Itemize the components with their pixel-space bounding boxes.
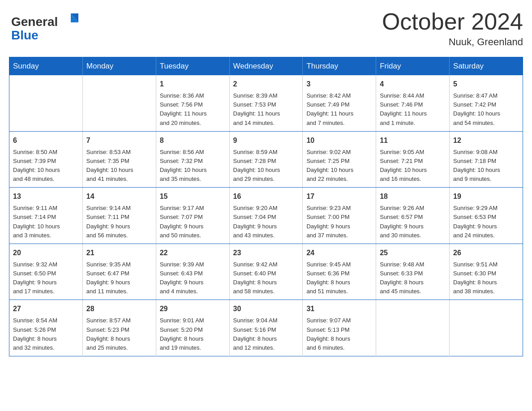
day-info: Sunrise: 8:53 AMSunset: 7:35 PMDaylight:… [86, 148, 152, 184]
day-info: Sunrise: 9:23 AMSunset: 7:00 PMDaylight:… [306, 204, 372, 240]
day-number: 26 [453, 248, 519, 258]
day-number: 31 [306, 304, 372, 314]
calendar-week-row-5: 27Sunrise: 8:54 AMSunset: 5:26 PMDayligh… [9, 300, 523, 356]
calendar-cell: 23Sunrise: 9:42 AMSunset: 6:40 PMDayligh… [229, 244, 303, 300]
header-sunday: Sunday [9, 57, 83, 76]
month-title: October 2024 [382, 9, 523, 34]
calendar-cell: 29Sunrise: 9:01 AMSunset: 5:20 PMDayligh… [156, 300, 229, 356]
calendar-cell: 13Sunrise: 9:11 AMSunset: 7:14 PMDayligh… [9, 188, 83, 244]
day-info: Sunrise: 9:29 AMSunset: 6:53 PMDaylight:… [453, 204, 519, 240]
day-info: Sunrise: 8:36 AMSunset: 7:56 PMDaylight:… [160, 91, 226, 128]
day-info: Sunrise: 9:01 AMSunset: 5:20 PMDaylight:… [160, 316, 226, 352]
day-info: Sunrise: 8:44 AMSunset: 7:46 PMDaylight:… [380, 91, 446, 128]
day-number: 11 [380, 135, 446, 146]
header-tuesday: Tuesday [156, 57, 229, 76]
day-number: 16 [233, 191, 299, 202]
calendar-table: Sunday Monday Tuesday Wednesday Thursday… [9, 57, 523, 356]
day-info: Sunrise: 9:07 AMSunset: 5:13 PMDaylight:… [306, 316, 372, 352]
day-number: 5 [453, 79, 519, 90]
day-info: Sunrise: 9:35 AMSunset: 6:47 PMDaylight:… [86, 260, 152, 296]
logo-svg: General Blue [9, 9, 85, 43]
day-info: Sunrise: 9:17 AMSunset: 7:07 PMDaylight:… [160, 204, 226, 240]
calendar-cell: 3Sunrise: 8:42 AMSunset: 7:49 PMDaylight… [303, 75, 376, 131]
calendar-cell [9, 75, 83, 131]
day-number: 12 [453, 135, 519, 146]
calendar-cell: 2Sunrise: 8:39 AMSunset: 7:53 PMDaylight… [229, 75, 303, 131]
day-info: Sunrise: 9:26 AMSunset: 6:57 PMDaylight:… [380, 204, 446, 240]
day-number: 22 [160, 248, 226, 258]
header-wednesday: Wednesday [229, 57, 303, 76]
day-number: 15 [160, 191, 226, 202]
title-area: October 2024 Nuuk, Greenland [382, 9, 523, 48]
calendar-cell: 6Sunrise: 8:50 AMSunset: 7:39 PMDaylight… [9, 131, 83, 188]
day-number: 10 [306, 135, 372, 146]
calendar-cell: 21Sunrise: 9:35 AMSunset: 6:47 PMDayligh… [82, 244, 156, 300]
day-info: Sunrise: 8:50 AMSunset: 7:39 PMDaylight:… [13, 148, 79, 184]
calendar-cell: 9Sunrise: 8:59 AMSunset: 7:28 PMDaylight… [229, 131, 303, 188]
day-number: 25 [380, 248, 446, 258]
day-number: 17 [306, 191, 372, 202]
day-info: Sunrise: 9:51 AMSunset: 6:30 PMDaylight:… [453, 260, 519, 296]
day-info: Sunrise: 9:45 AMSunset: 6:36 PMDaylight:… [306, 260, 372, 296]
day-info: Sunrise: 8:59 AMSunset: 7:28 PMDaylight:… [233, 148, 299, 184]
calendar-cell: 30Sunrise: 9:04 AMSunset: 5:16 PMDayligh… [229, 300, 303, 356]
calendar-cell [376, 300, 450, 356]
calendar-cell: 25Sunrise: 9:48 AMSunset: 6:33 PMDayligh… [376, 244, 450, 300]
calendar-cell [82, 75, 156, 131]
day-info: Sunrise: 9:05 AMSunset: 7:21 PMDaylight:… [380, 148, 446, 184]
calendar-cell: 26Sunrise: 9:51 AMSunset: 6:30 PMDayligh… [450, 244, 523, 300]
calendar-cell: 1Sunrise: 8:36 AMSunset: 7:56 PMDaylight… [156, 75, 229, 131]
day-info: Sunrise: 9:04 AMSunset: 5:16 PMDaylight:… [233, 316, 299, 352]
calendar-week-row-1: 1Sunrise: 8:36 AMSunset: 7:56 PMDaylight… [9, 75, 523, 131]
header-saturday: Saturday [450, 57, 523, 76]
day-number: 30 [233, 304, 299, 314]
day-number: 3 [306, 79, 372, 90]
day-info: Sunrise: 8:39 AMSunset: 7:53 PMDaylight:… [233, 91, 299, 128]
calendar-cell: 17Sunrise: 9:23 AMSunset: 7:00 PMDayligh… [303, 188, 376, 244]
calendar-cell: 11Sunrise: 9:05 AMSunset: 7:21 PMDayligh… [376, 131, 450, 188]
day-number: 21 [86, 248, 152, 258]
calendar-week-row-2: 6Sunrise: 8:50 AMSunset: 7:39 PMDaylight… [9, 131, 523, 188]
day-number: 4 [380, 79, 446, 90]
day-info: Sunrise: 8:56 AMSunset: 7:32 PMDaylight:… [160, 148, 226, 184]
svg-text:Blue: Blue [11, 28, 39, 42]
day-number: 14 [86, 191, 152, 202]
calendar-cell: 20Sunrise: 9:32 AMSunset: 6:50 PMDayligh… [9, 244, 83, 300]
location: Nuuk, Greenland [382, 36, 523, 48]
calendar-cell [450, 300, 523, 356]
day-number: 13 [13, 191, 79, 202]
day-number: 23 [233, 248, 299, 258]
calendar-cell: 10Sunrise: 9:02 AMSunset: 7:25 PMDayligh… [303, 131, 376, 188]
calendar-cell: 27Sunrise: 8:54 AMSunset: 5:26 PMDayligh… [9, 300, 83, 356]
day-info: Sunrise: 9:14 AMSunset: 7:11 PMDaylight:… [86, 204, 152, 240]
day-info: Sunrise: 9:08 AMSunset: 7:18 PMDaylight:… [453, 148, 519, 184]
day-number: 6 [13, 135, 79, 146]
calendar-cell: 15Sunrise: 9:17 AMSunset: 7:07 PMDayligh… [156, 188, 229, 244]
logo: General Blue [9, 9, 85, 43]
calendar-cell: 8Sunrise: 8:56 AMSunset: 7:32 PMDaylight… [156, 131, 229, 188]
day-number: 8 [160, 135, 226, 146]
day-number: 27 [13, 304, 79, 314]
calendar-cell: 31Sunrise: 9:07 AMSunset: 5:13 PMDayligh… [303, 300, 376, 356]
day-number: 28 [86, 304, 152, 314]
calendar-week-row-3: 13Sunrise: 9:11 AMSunset: 7:14 PMDayligh… [9, 188, 523, 244]
calendar-cell: 5Sunrise: 8:47 AMSunset: 7:42 PMDaylight… [450, 75, 523, 131]
day-number: 20 [13, 248, 79, 258]
day-number: 9 [233, 135, 299, 146]
page-header: General Blue October 2024 Nuuk, Greenlan… [9, 9, 523, 48]
calendar-cell: 16Sunrise: 9:20 AMSunset: 7:04 PMDayligh… [229, 188, 303, 244]
day-info: Sunrise: 9:02 AMSunset: 7:25 PMDaylight:… [306, 148, 372, 184]
day-number: 24 [306, 248, 372, 258]
header-thursday: Thursday [303, 57, 376, 76]
weekday-header-row: Sunday Monday Tuesday Wednesday Thursday… [9, 57, 523, 76]
day-number: 7 [86, 135, 152, 146]
day-info: Sunrise: 9:42 AMSunset: 6:40 PMDaylight:… [233, 260, 299, 296]
day-number: 29 [160, 304, 226, 314]
calendar-cell: 7Sunrise: 8:53 AMSunset: 7:35 PMDaylight… [82, 131, 156, 188]
calendar-cell: 4Sunrise: 8:44 AMSunset: 7:46 PMDaylight… [376, 75, 450, 131]
day-number: 1 [160, 79, 226, 90]
day-info: Sunrise: 9:48 AMSunset: 6:33 PMDaylight:… [380, 260, 446, 296]
day-info: Sunrise: 8:42 AMSunset: 7:49 PMDaylight:… [306, 91, 372, 128]
calendar-cell: 28Sunrise: 8:57 AMSunset: 5:23 PMDayligh… [82, 300, 156, 356]
calendar-cell: 18Sunrise: 9:26 AMSunset: 6:57 PMDayligh… [376, 188, 450, 244]
